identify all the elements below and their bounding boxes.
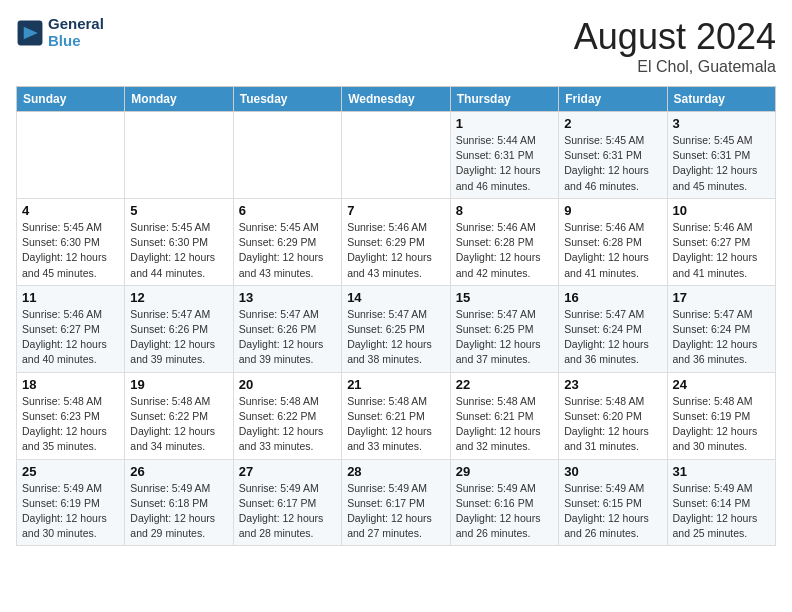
logo-icon	[16, 19, 44, 47]
calendar-week-5: 25Sunrise: 5:49 AM Sunset: 6:19 PM Dayli…	[17, 459, 776, 546]
day-info: Sunrise: 5:45 AM Sunset: 6:30 PM Dayligh…	[22, 220, 119, 281]
calendar-cell	[125, 112, 233, 199]
day-info: Sunrise: 5:49 AM Sunset: 6:16 PM Dayligh…	[456, 481, 553, 542]
day-number: 15	[456, 290, 553, 305]
day-info: Sunrise: 5:47 AM Sunset: 6:26 PM Dayligh…	[239, 307, 336, 368]
calendar-cell: 23Sunrise: 5:48 AM Sunset: 6:20 PM Dayli…	[559, 372, 667, 459]
day-info: Sunrise: 5:46 AM Sunset: 6:27 PM Dayligh…	[673, 220, 771, 281]
calendar-cell: 6Sunrise: 5:45 AM Sunset: 6:29 PM Daylig…	[233, 198, 341, 285]
calendar-cell: 13Sunrise: 5:47 AM Sunset: 6:26 PM Dayli…	[233, 285, 341, 372]
calendar-cell: 14Sunrise: 5:47 AM Sunset: 6:25 PM Dayli…	[342, 285, 451, 372]
day-number: 26	[130, 464, 227, 479]
calendar-cell: 18Sunrise: 5:48 AM Sunset: 6:23 PM Dayli…	[17, 372, 125, 459]
calendar-cell: 7Sunrise: 5:46 AM Sunset: 6:29 PM Daylig…	[342, 198, 451, 285]
day-info: Sunrise: 5:48 AM Sunset: 6:22 PM Dayligh…	[239, 394, 336, 455]
day-info: Sunrise: 5:45 AM Sunset: 6:29 PM Dayligh…	[239, 220, 336, 281]
day-number: 4	[22, 203, 119, 218]
weekday-header-tuesday: Tuesday	[233, 87, 341, 112]
day-info: Sunrise: 5:47 AM Sunset: 6:25 PM Dayligh…	[347, 307, 445, 368]
calendar-cell: 21Sunrise: 5:48 AM Sunset: 6:21 PM Dayli…	[342, 372, 451, 459]
day-info: Sunrise: 5:45 AM Sunset: 6:31 PM Dayligh…	[564, 133, 661, 194]
day-number: 6	[239, 203, 336, 218]
calendar-table: SundayMondayTuesdayWednesdayThursdayFrid…	[16, 86, 776, 546]
day-info: Sunrise: 5:46 AM Sunset: 6:29 PM Dayligh…	[347, 220, 445, 281]
calendar-cell: 26Sunrise: 5:49 AM Sunset: 6:18 PM Dayli…	[125, 459, 233, 546]
calendar-cell: 11Sunrise: 5:46 AM Sunset: 6:27 PM Dayli…	[17, 285, 125, 372]
day-number: 9	[564, 203, 661, 218]
month-year-title: August 2024	[574, 16, 776, 58]
day-number: 14	[347, 290, 445, 305]
calendar-cell: 17Sunrise: 5:47 AM Sunset: 6:24 PM Dayli…	[667, 285, 776, 372]
day-number: 24	[673, 377, 771, 392]
day-number: 22	[456, 377, 553, 392]
calendar-cell: 15Sunrise: 5:47 AM Sunset: 6:25 PM Dayli…	[450, 285, 558, 372]
location-subtitle: El Chol, Guatemala	[574, 58, 776, 76]
weekday-header-monday: Monday	[125, 87, 233, 112]
day-number: 18	[22, 377, 119, 392]
calendar-cell: 9Sunrise: 5:46 AM Sunset: 6:28 PM Daylig…	[559, 198, 667, 285]
day-number: 31	[673, 464, 771, 479]
page-header: General Blue August 2024 El Chol, Guatem…	[16, 16, 776, 76]
day-info: Sunrise: 5:47 AM Sunset: 6:24 PM Dayligh…	[673, 307, 771, 368]
weekday-header-saturday: Saturday	[667, 87, 776, 112]
day-number: 16	[564, 290, 661, 305]
calendar-cell: 4Sunrise: 5:45 AM Sunset: 6:30 PM Daylig…	[17, 198, 125, 285]
calendar-week-1: 1Sunrise: 5:44 AM Sunset: 6:31 PM Daylig…	[17, 112, 776, 199]
title-block: August 2024 El Chol, Guatemala	[574, 16, 776, 76]
calendar-cell: 5Sunrise: 5:45 AM Sunset: 6:30 PM Daylig…	[125, 198, 233, 285]
calendar-cell	[17, 112, 125, 199]
weekday-header-friday: Friday	[559, 87, 667, 112]
day-info: Sunrise: 5:49 AM Sunset: 6:14 PM Dayligh…	[673, 481, 771, 542]
weekday-header-row: SundayMondayTuesdayWednesdayThursdayFrid…	[17, 87, 776, 112]
day-info: Sunrise: 5:48 AM Sunset: 6:20 PM Dayligh…	[564, 394, 661, 455]
day-number: 13	[239, 290, 336, 305]
day-number: 10	[673, 203, 771, 218]
calendar-cell: 25Sunrise: 5:49 AM Sunset: 6:19 PM Dayli…	[17, 459, 125, 546]
calendar-cell: 16Sunrise: 5:47 AM Sunset: 6:24 PM Dayli…	[559, 285, 667, 372]
day-number: 17	[673, 290, 771, 305]
calendar-cell	[233, 112, 341, 199]
day-info: Sunrise: 5:46 AM Sunset: 6:28 PM Dayligh…	[456, 220, 553, 281]
day-number: 29	[456, 464, 553, 479]
day-number: 25	[22, 464, 119, 479]
calendar-week-2: 4Sunrise: 5:45 AM Sunset: 6:30 PM Daylig…	[17, 198, 776, 285]
day-number: 20	[239, 377, 336, 392]
day-info: Sunrise: 5:49 AM Sunset: 6:17 PM Dayligh…	[347, 481, 445, 542]
calendar-cell	[342, 112, 451, 199]
calendar-cell: 12Sunrise: 5:47 AM Sunset: 6:26 PM Dayli…	[125, 285, 233, 372]
calendar-cell: 8Sunrise: 5:46 AM Sunset: 6:28 PM Daylig…	[450, 198, 558, 285]
day-number: 27	[239, 464, 336, 479]
calendar-cell: 20Sunrise: 5:48 AM Sunset: 6:22 PM Dayli…	[233, 372, 341, 459]
calendar-cell: 1Sunrise: 5:44 AM Sunset: 6:31 PM Daylig…	[450, 112, 558, 199]
day-number: 2	[564, 116, 661, 131]
day-info: Sunrise: 5:48 AM Sunset: 6:21 PM Dayligh…	[456, 394, 553, 455]
calendar-cell: 22Sunrise: 5:48 AM Sunset: 6:21 PM Dayli…	[450, 372, 558, 459]
day-info: Sunrise: 5:48 AM Sunset: 6:23 PM Dayligh…	[22, 394, 119, 455]
day-number: 21	[347, 377, 445, 392]
logo: General Blue	[16, 16, 104, 49]
day-number: 30	[564, 464, 661, 479]
calendar-cell: 31Sunrise: 5:49 AM Sunset: 6:14 PM Dayli…	[667, 459, 776, 546]
day-number: 11	[22, 290, 119, 305]
day-info: Sunrise: 5:44 AM Sunset: 6:31 PM Dayligh…	[456, 133, 553, 194]
day-info: Sunrise: 5:49 AM Sunset: 6:15 PM Dayligh…	[564, 481, 661, 542]
day-number: 5	[130, 203, 227, 218]
day-info: Sunrise: 5:47 AM Sunset: 6:25 PM Dayligh…	[456, 307, 553, 368]
day-info: Sunrise: 5:46 AM Sunset: 6:27 PM Dayligh…	[22, 307, 119, 368]
day-number: 7	[347, 203, 445, 218]
day-number: 3	[673, 116, 771, 131]
day-number: 1	[456, 116, 553, 131]
calendar-cell: 19Sunrise: 5:48 AM Sunset: 6:22 PM Dayli…	[125, 372, 233, 459]
calendar-cell: 27Sunrise: 5:49 AM Sunset: 6:17 PM Dayli…	[233, 459, 341, 546]
day-info: Sunrise: 5:48 AM Sunset: 6:22 PM Dayligh…	[130, 394, 227, 455]
calendar-cell: 24Sunrise: 5:48 AM Sunset: 6:19 PM Dayli…	[667, 372, 776, 459]
calendar-cell: 3Sunrise: 5:45 AM Sunset: 6:31 PM Daylig…	[667, 112, 776, 199]
weekday-header-thursday: Thursday	[450, 87, 558, 112]
day-info: Sunrise: 5:49 AM Sunset: 6:17 PM Dayligh…	[239, 481, 336, 542]
day-info: Sunrise: 5:45 AM Sunset: 6:30 PM Dayligh…	[130, 220, 227, 281]
day-number: 12	[130, 290, 227, 305]
day-info: Sunrise: 5:48 AM Sunset: 6:19 PM Dayligh…	[673, 394, 771, 455]
weekday-header-sunday: Sunday	[17, 87, 125, 112]
calendar-cell: 30Sunrise: 5:49 AM Sunset: 6:15 PM Dayli…	[559, 459, 667, 546]
day-info: Sunrise: 5:45 AM Sunset: 6:31 PM Dayligh…	[673, 133, 771, 194]
